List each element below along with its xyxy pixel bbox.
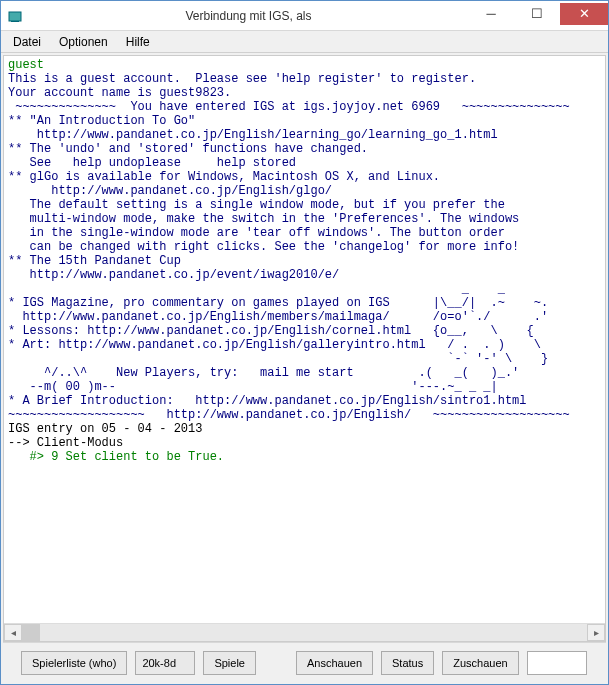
terminal-line: ~~~~~~~~~~~~~~~~~~~ http://www.pandanet.… xyxy=(8,408,570,422)
terminal-line: guest xyxy=(8,58,44,72)
terminal-line: * Art: http://www.pandanet.co.jp/English… xyxy=(8,338,541,352)
bottom-toolbar: Spielerliste (who) 20k-8d Spiele Anschau… xyxy=(3,642,606,682)
terminal-line: in the single-window mode are 'tear off … xyxy=(8,226,505,240)
menubar: Datei Optionen Hilfe xyxy=(1,31,608,53)
terminal-line: ** The 'undo' and 'stored' functions hav… xyxy=(8,142,368,156)
terminal-line: This is a guest account. Please see 'hel… xyxy=(8,72,476,86)
terminal-line: The default setting is a single window m… xyxy=(8,198,505,212)
terminal-line: multi-window mode, make the switch in th… xyxy=(8,212,519,226)
scroll-thumb[interactable] xyxy=(22,624,40,641)
rank-combo[interactable]: 20k-8d xyxy=(135,651,195,675)
terminal-line: #> 9 Set client to be True. xyxy=(8,450,224,464)
watch-button[interactable]: Zuschauen xyxy=(442,651,518,675)
terminal-line: IGS entry on 05 - 04 - 2013 xyxy=(8,422,202,436)
svg-rect-0 xyxy=(9,12,21,21)
terminal-line: http://www.pandanet.co.jp/English/learni… xyxy=(8,128,498,142)
terminal-line: --> Client-Modus xyxy=(8,436,123,450)
terminal-line: ** "An Introduction To Go" xyxy=(8,114,195,128)
terminal-line: ~~~~~~~~~~~~~~ You have entered IGS at i… xyxy=(8,100,570,114)
terminal-line: ^/..\^ New Players, try: mail me start .… xyxy=(8,366,519,380)
scroll-left-arrow[interactable]: ◂ xyxy=(4,624,22,641)
terminal-line: http://www.pandanet.co.jp/English/member… xyxy=(8,310,548,324)
game-id-input[interactable] xyxy=(527,651,587,675)
app-icon xyxy=(7,8,23,24)
terminal-line: Your account name is guest9823. xyxy=(8,86,231,100)
observe-button[interactable]: Anschauen xyxy=(296,651,373,675)
terminal-line: --m( 00 )m-- '---.~_ _ _| xyxy=(8,380,498,394)
titlebar: Verbindung mit IGS, als ─ ☐ ✕ xyxy=(1,1,608,31)
playerlist-button[interactable]: Spielerliste (who) xyxy=(21,651,127,675)
scroll-track[interactable] xyxy=(22,624,587,641)
terminal-line: * Lessons: http://www.pandanet.co.jp/Eng… xyxy=(8,324,534,338)
svg-rect-1 xyxy=(11,21,19,22)
terminal-line: See help undoplease help stored xyxy=(8,156,296,170)
menu-help[interactable]: Hilfe xyxy=(118,33,158,51)
status-button[interactable]: Status xyxy=(381,651,434,675)
window-controls: ─ ☐ ✕ xyxy=(468,7,608,25)
terminal-line: * A Brief Introduction: http://www.panda… xyxy=(8,394,526,408)
content-area: guest This is a guest account. Please se… xyxy=(1,53,608,684)
scroll-right-arrow[interactable]: ▸ xyxy=(587,624,605,641)
window-title: Verbindung mit IGS, als xyxy=(29,9,468,23)
terminal-container: guest This is a guest account. Please se… xyxy=(3,55,606,642)
terminal-line: ** The 15th Pandanet Cup xyxy=(8,254,181,268)
terminal-line: can be changed with right clicks. See th… xyxy=(8,240,519,254)
terminal-line: http://www.pandanet.co.jp/event/iwag2010… xyxy=(8,268,339,282)
terminal-output: guest This is a guest account. Please se… xyxy=(4,56,605,623)
terminal-line: `-` '-' \ } xyxy=(8,352,548,366)
menu-file[interactable]: Datei xyxy=(5,33,49,51)
menu-options[interactable]: Optionen xyxy=(51,33,116,51)
terminal-line: http://www.pandanet.co.jp/English/glgo/ xyxy=(8,184,332,198)
maximize-button[interactable]: ☐ xyxy=(514,3,560,25)
games-button[interactable]: Spiele xyxy=(203,651,256,675)
horizontal-scrollbar[interactable]: ◂ ▸ xyxy=(4,623,605,641)
terminal-line: _ _ xyxy=(8,282,505,296)
terminal-line: * IGS Magazine, pro commentary on games … xyxy=(8,296,548,310)
app-window: Verbindung mit IGS, als ─ ☐ ✕ Datei Opti… xyxy=(0,0,609,685)
close-button[interactable]: ✕ xyxy=(560,3,608,25)
terminal-line: ** glGo is available for Windows, Macint… xyxy=(8,170,440,184)
minimize-button[interactable]: ─ xyxy=(468,3,514,25)
